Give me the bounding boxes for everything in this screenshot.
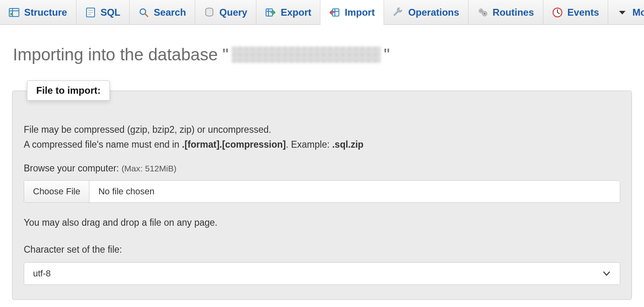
tab-label: Mor bbox=[632, 7, 644, 18]
dropdown-icon bbox=[617, 7, 627, 18]
file-chosen-label[interactable]: No file chosen bbox=[89, 181, 620, 202]
file-input-row: Choose File No file chosen bbox=[24, 180, 620, 203]
routines-icon bbox=[477, 7, 488, 18]
chevron-down-icon bbox=[602, 269, 611, 278]
compress-info: File may be compressed (gzip, bzip2, zip… bbox=[24, 123, 620, 136]
tab-export[interactable]: Export bbox=[256, 0, 320, 25]
operations-icon bbox=[393, 7, 403, 18]
choose-file-button[interactable]: Choose File bbox=[24, 181, 89, 202]
database-name-redacted bbox=[232, 47, 381, 63]
sql-icon bbox=[85, 7, 96, 18]
svg-point-8 bbox=[480, 10, 481, 11]
name-rule-info: A compressed file's name must end in .[f… bbox=[24, 138, 620, 151]
charset-select-value: utf-8 bbox=[33, 268, 51, 279]
tab-label: Structure bbox=[24, 7, 67, 18]
tab-search[interactable]: Search bbox=[130, 0, 195, 25]
tab-query[interactable]: Query bbox=[195, 0, 256, 25]
tab-label: Import bbox=[345, 7, 375, 18]
tab-label: Routines bbox=[493, 7, 534, 18]
browse-label-row: Browse your computer: (Max: 512MiB) bbox=[24, 163, 620, 174]
svg-point-9 bbox=[484, 13, 485, 14]
search-icon bbox=[138, 7, 149, 18]
events-icon bbox=[552, 7, 563, 18]
page-title: Importing into the database " " bbox=[13, 45, 644, 64]
tab-import[interactable]: Import bbox=[320, 0, 384, 25]
max-upload-size: (Max: 512MiB) bbox=[122, 164, 177, 173]
tab-bar: Structure SQL Search Query Export Import bbox=[0, 0, 644, 25]
drag-drop-hint: You may also drag and drop a file on any… bbox=[24, 217, 620, 228]
title-prefix: Importing into the database " bbox=[13, 45, 229, 64]
export-icon bbox=[265, 7, 276, 18]
structure-icon bbox=[9, 7, 19, 18]
query-icon bbox=[204, 7, 215, 18]
tab-label: Query bbox=[219, 7, 247, 18]
file-to-import-panel: File to import: File may be compressed (… bbox=[12, 80, 632, 300]
tab-label: Export bbox=[281, 7, 311, 18]
tab-label: Operations bbox=[408, 7, 459, 18]
tab-sql[interactable]: SQL bbox=[76, 0, 130, 25]
tab-label: Search bbox=[154, 7, 186, 18]
import-icon bbox=[329, 7, 340, 18]
charset-select[interactable]: utf-8 bbox=[24, 262, 620, 285]
tab-more[interactable]: Mor bbox=[608, 0, 644, 25]
tab-label: SQL bbox=[101, 7, 120, 18]
tab-events[interactable]: Events bbox=[543, 0, 609, 25]
tab-operations[interactable]: Operations bbox=[384, 0, 469, 25]
title-suffix: " bbox=[384, 45, 390, 64]
tab-structure[interactable]: Structure bbox=[0, 0, 76, 25]
charset-label: Character set of the file: bbox=[24, 244, 620, 255]
browse-label: Browse your computer: bbox=[24, 163, 119, 173]
tab-routines[interactable]: Routines bbox=[469, 0, 543, 25]
tab-label: Events bbox=[568, 7, 599, 18]
panel-legend: File to import: bbox=[27, 80, 110, 101]
